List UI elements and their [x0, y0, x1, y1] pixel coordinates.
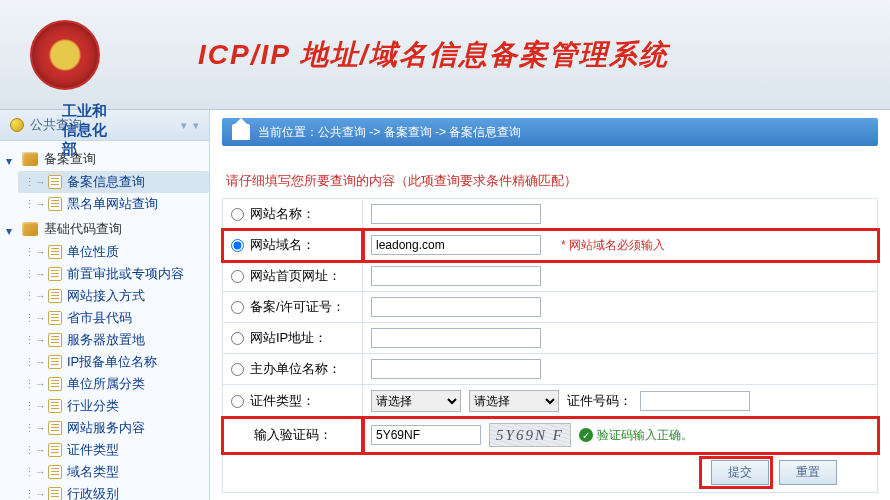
tree-item[interactable]: ⋮→单位性质: [18, 241, 209, 263]
system-title: ICP/IP 地址/域名信息备案管理系统: [198, 36, 669, 74]
page-icon: [48, 267, 62, 281]
page-icon: [48, 465, 62, 479]
arrow-down-icon: [6, 223, 18, 235]
submit-button[interactable]: 提交: [711, 460, 769, 485]
cert-code-input[interactable]: [640, 391, 750, 411]
captcha-input[interactable]: [371, 425, 481, 445]
tree-item[interactable]: ⋮→服务器放置地: [18, 329, 209, 351]
input-sponsor[interactable]: [371, 359, 541, 379]
sidebar: 公共查询 ▾ ▾ 备案查询⋮→备案信息查询⋮→黑名单网站查询基础代码查询⋮→单位…: [0, 110, 210, 500]
cert-type-select[interactable]: 请选择: [371, 390, 461, 412]
tree-parent-1[interactable]: 基础代码查询: [0, 217, 209, 241]
radio-ip[interactable]: 网站IP地址：: [231, 329, 354, 347]
page-icon: [48, 245, 62, 259]
breadcrumb: 当前位置：公共查询 -> 备案查询 -> 备案信息查询: [222, 118, 878, 146]
tree-item[interactable]: ⋮→省市县代码: [18, 307, 209, 329]
tree-item[interactable]: ⋮→单位所属分类: [18, 373, 209, 395]
input-ip[interactable]: [371, 328, 541, 348]
tree-item[interactable]: ⋮→行业分类: [18, 395, 209, 417]
page-icon: [48, 175, 62, 189]
org-name: 工业和信息化部: [62, 102, 108, 159]
nav-tree: 备案查询⋮→备案信息查询⋮→黑名单网站查询基础代码查询⋮→单位性质⋮→前置审批或…: [0, 141, 209, 500]
radio-sponsor[interactable]: 主办单位名称：: [231, 360, 354, 378]
input-license[interactable]: [371, 297, 541, 317]
page-icon: [48, 355, 62, 369]
tree-item[interactable]: ⋮→IP报备单位名称: [18, 351, 209, 373]
radio-homepage[interactable]: 网站首页网址：: [231, 267, 354, 285]
captcha-image[interactable]: 5Y69N F: [489, 423, 571, 447]
folder-icon: [22, 222, 38, 236]
captcha-status: ✓验证码输入正确。: [579, 427, 693, 444]
input-homepage[interactable]: [371, 266, 541, 286]
radio-license[interactable]: 备案/许可证号：: [231, 298, 354, 316]
content-area: 当前位置：公共查询 -> 备案查询 -> 备案信息查询 请仔细填写您所要查询的内…: [210, 110, 890, 500]
page-icon: [48, 443, 62, 457]
radio-name[interactable]: 网站名称：: [231, 205, 354, 223]
input-name[interactable]: [371, 204, 541, 224]
tree-item[interactable]: ⋮→证件类型: [18, 439, 209, 461]
page-icon: [48, 311, 62, 325]
breadcrumb-text: 当前位置：公共查询 -> 备案查询 -> 备案信息查询: [258, 124, 521, 141]
tree-item[interactable]: ⋮→前置审批或专项内容: [18, 263, 209, 285]
radio-domain[interactable]: 网站域名：: [231, 236, 354, 254]
page-icon: [48, 333, 62, 347]
reset-button[interactable]: 重置: [779, 460, 837, 485]
page-icon: [48, 197, 62, 211]
page-icon: [48, 289, 62, 303]
page-icon: [48, 487, 62, 500]
page-icon: [48, 399, 62, 413]
home-icon[interactable]: [232, 124, 250, 140]
tree-item[interactable]: ⋮→黑名单网站查询: [18, 193, 209, 215]
chevron-down-icon: ▾ ▾: [181, 119, 199, 132]
national-emblem-icon: [30, 20, 100, 90]
folder-icon: [22, 152, 38, 166]
required-note: * 网站域名必须输入: [561, 238, 665, 252]
tree-item[interactable]: ⋮→备案信息查询: [18, 171, 209, 193]
form-hint: 请仔细填写您所要查询的内容（此项查询要求条件精确匹配）: [222, 164, 878, 198]
app-header: 工业和信息化部 ICP/IP 地址/域名信息备案管理系统: [0, 0, 890, 110]
tree-item[interactable]: ⋮→网站服务内容: [18, 417, 209, 439]
check-icon: ✓: [579, 428, 593, 442]
cert-subtype-select[interactable]: 请选择: [469, 390, 559, 412]
query-form: 请仔细填写您所要查询的内容（此项查询要求条件精确匹配） 网站名称：网站域名：* …: [222, 164, 878, 493]
arrow-down-icon: [6, 153, 18, 165]
tree-item[interactable]: ⋮→行政级别: [18, 483, 209, 500]
page-icon: [48, 377, 62, 391]
radio-cert[interactable]: 证件类型：: [231, 392, 354, 410]
tree-item[interactable]: ⋮→域名类型: [18, 461, 209, 483]
bullet-icon: [10, 118, 24, 132]
page-icon: [48, 421, 62, 435]
input-domain[interactable]: [371, 235, 541, 255]
tree-item[interactable]: ⋮→网站接入方式: [18, 285, 209, 307]
